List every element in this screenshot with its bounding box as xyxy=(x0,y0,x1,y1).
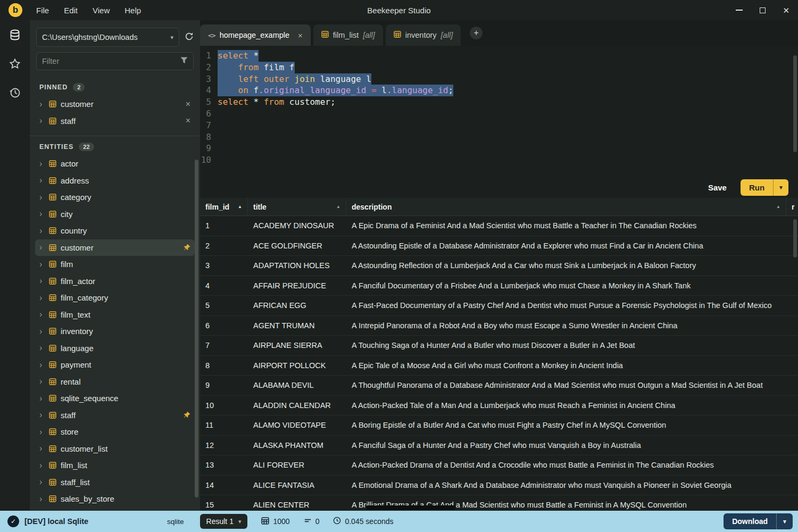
column-header[interactable]: r xyxy=(786,198,798,215)
download-options-chevron-icon[interactable]: ▼ xyxy=(776,513,793,529)
results-body: 1 ACADEMY DINOSAUR A Epic Drama of a Fem… xyxy=(200,216,798,511)
table-row[interactable]: 10 ALADDIN CALENDAR A Action-Packed Tale… xyxy=(200,396,798,416)
chevron-right-icon[interactable]: › xyxy=(39,100,45,109)
pin-icon[interactable] xyxy=(184,243,190,252)
entity-table-item[interactable]: › payment xyxy=(35,356,195,373)
editor-tab[interactable]: <> homepage_example × xyxy=(200,24,311,46)
chevron-right-icon[interactable]: › xyxy=(39,160,45,168)
column-header[interactable]: title ▲ xyxy=(248,198,346,215)
chevron-right-icon[interactable]: › xyxy=(39,478,45,486)
table-row[interactable]: 2 ACE GOLDFINGER A Astounding Epistle of… xyxy=(200,236,798,256)
results-vertical-scrollbar[interactable] xyxy=(793,219,797,257)
maximize-icon[interactable] xyxy=(760,7,766,13)
chevron-right-icon[interactable]: › xyxy=(39,411,45,419)
entity-table-item[interactable]: › film_list xyxy=(35,457,195,474)
chevron-right-icon[interactable]: › xyxy=(39,294,45,302)
table-row[interactable]: 11 ALAMO VIDEOTAPE A Boring Epistle of a… xyxy=(200,415,798,436)
pin-icon[interactable] xyxy=(184,411,190,420)
entity-table-item[interactable]: › category xyxy=(35,189,195,206)
save-button[interactable]: Save xyxy=(703,180,732,195)
editor-tab[interactable]: inventory [all] xyxy=(386,24,461,46)
results-horizontal-scrollbar[interactable] xyxy=(200,505,798,510)
chevron-right-icon[interactable]: › xyxy=(39,377,45,386)
entity-table-item[interactable]: › staff_list xyxy=(35,474,195,491)
favorites-star-icon[interactable] xyxy=(7,56,22,71)
column-header[interactable]: film_id ▲ xyxy=(200,198,248,215)
chevron-right-icon[interactable]: › xyxy=(39,210,45,218)
entity-table-item[interactable]: › store xyxy=(35,423,195,440)
filter-funnel-icon[interactable] xyxy=(180,56,188,66)
refresh-icon[interactable] xyxy=(185,32,194,43)
table-row[interactable]: 9 ALABAMA DEVIL A Thoughtful Panorama of… xyxy=(200,376,798,396)
entity-table-item[interactable]: › sqlite_sequence xyxy=(35,390,195,407)
entity-table-item[interactable]: › inventory xyxy=(35,323,195,340)
table-row[interactable]: 12 ALASKA PHANTOM A Fanciful Saga of a H… xyxy=(200,436,798,456)
chevron-right-icon[interactable]: › xyxy=(39,344,45,352)
sql-editor[interactable]: 1 select * 2 from film f 3 left outer jo… xyxy=(200,46,798,177)
table-row[interactable]: 7 AIRPLANE SIERRA A Touching Saga of a H… xyxy=(200,336,798,356)
menu-item[interactable]: View xyxy=(93,6,110,15)
connection-selector[interactable]: C:\Users\ghstng\Downloads ▾ xyxy=(36,28,179,47)
entity-table-item[interactable]: › address xyxy=(35,172,195,189)
run-button[interactable]: Run xyxy=(741,179,773,196)
entity-table-item[interactable]: › film xyxy=(35,256,195,273)
menu-item[interactable]: File xyxy=(36,6,49,15)
chevron-right-icon[interactable]: › xyxy=(39,461,45,470)
entity-table-item[interactable]: › rental xyxy=(35,373,195,390)
table-row[interactable]: 5 AFRICAN EGG A Fast-Paced Documentary o… xyxy=(200,296,798,316)
table-row[interactable]: 6 AGENT TRUMAN A Intrepid Panorama of a … xyxy=(200,316,798,336)
editor-scrollbar[interactable] xyxy=(793,55,797,152)
chevron-right-icon[interactable]: › xyxy=(39,428,45,436)
table-row[interactable]: 1 ACADEMY DINOSAUR A Epic Drama of a Fem… xyxy=(200,216,798,236)
chevron-right-icon[interactable]: › xyxy=(39,176,45,185)
close-icon[interactable]: ✕ xyxy=(783,6,789,14)
entity-table-item[interactable]: › film_category xyxy=(35,289,195,306)
entity-table-item[interactable]: › customer_list xyxy=(35,440,195,458)
chevron-right-icon[interactable]: › xyxy=(39,361,45,369)
chevron-right-icon[interactable]: › xyxy=(39,277,45,285)
unpin-close-icon[interactable]: × xyxy=(186,100,190,109)
entity-table-item[interactable]: › sales_by_store xyxy=(35,491,195,508)
chevron-right-icon[interactable]: › xyxy=(39,495,45,503)
pinned-table-item[interactable]: › staff × xyxy=(35,113,195,130)
sidebar-scrollbar[interactable] xyxy=(195,160,198,497)
entity-table-item[interactable]: › film_text xyxy=(35,306,195,323)
entity-table-item[interactable]: › language xyxy=(35,340,195,357)
chevron-right-icon[interactable]: › xyxy=(39,327,45,336)
chevron-right-icon[interactable]: › xyxy=(39,117,45,125)
new-tab-button[interactable]: + xyxy=(470,27,483,39)
database-icon[interactable] xyxy=(7,28,22,43)
entity-table-item[interactable]: › country xyxy=(35,222,195,239)
result-selector[interactable]: Result 1 ▾ xyxy=(200,514,248,529)
entity-table-item[interactable]: › actor xyxy=(35,155,195,172)
history-icon[interactable] xyxy=(7,85,22,100)
entity-table-item[interactable]: › customer xyxy=(35,239,195,256)
chevron-right-icon[interactable]: › xyxy=(39,243,45,252)
table-row[interactable]: 4 AFFAIR PREJUDICE A Fanciful Documentar… xyxy=(200,276,798,296)
minimize-icon[interactable] xyxy=(736,10,743,11)
column-header[interactable]: description ▲ xyxy=(346,198,786,215)
chevron-right-icon[interactable]: › xyxy=(39,394,45,403)
menu-item[interactable]: Help xyxy=(124,6,141,15)
run-options-chevron-icon[interactable]: ▼ xyxy=(773,179,788,196)
filter-input[interactable] xyxy=(42,57,176,65)
editor-tab[interactable]: film_list [all] xyxy=(313,24,383,46)
chevron-right-icon[interactable]: › xyxy=(39,193,45,202)
chevron-right-icon[interactable]: › xyxy=(39,260,45,269)
horizontal-scrollbar-thumb[interactable] xyxy=(366,505,455,510)
menu-item[interactable]: Edit xyxy=(64,6,78,15)
chevron-right-icon[interactable]: › xyxy=(39,444,45,453)
entity-table-item[interactable]: › film_actor xyxy=(35,273,195,290)
entity-table-item[interactable]: › staff xyxy=(35,407,195,424)
unpin-close-icon[interactable]: × xyxy=(186,117,190,125)
table-row[interactable]: 8 AIRPORT POLLOCK A Epic Tale of a Moose… xyxy=(200,356,798,376)
chevron-right-icon[interactable]: › xyxy=(39,227,45,235)
table-row[interactable]: 3 ADAPTATION HOLES A Astounding Reflecti… xyxy=(200,256,798,276)
chevron-right-icon[interactable]: › xyxy=(39,310,45,319)
download-button[interactable]: Download xyxy=(724,513,776,529)
table-row[interactable]: 13 ALI FOREVER A Action-Packed Drama of … xyxy=(200,455,798,476)
entity-table-item[interactable]: › city xyxy=(35,206,195,223)
table-row[interactable]: 14 ALICE FANTASIA A Emotional Drama of a… xyxy=(200,476,798,496)
pinned-table-item[interactable]: › customer × xyxy=(35,96,195,113)
tab-close-icon[interactable]: × xyxy=(298,31,303,39)
